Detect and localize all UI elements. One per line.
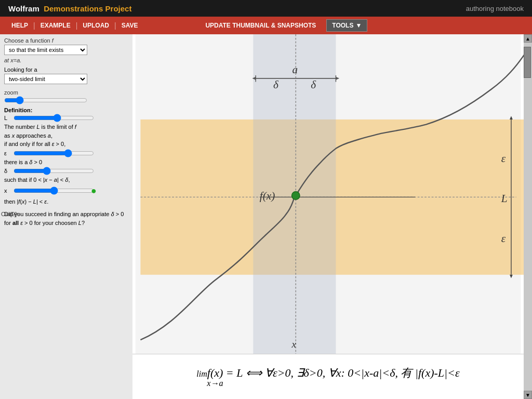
svg-text:δ: δ xyxy=(311,78,316,91)
def-text-4: then |f(x) − L| < ε. xyxy=(4,197,128,206)
svg-text:L: L xyxy=(501,192,508,205)
function-dropdown[interactable]: so that the limit exists xyxy=(4,45,87,55)
wolfram-label: Wolfram xyxy=(8,4,39,13)
question-text: Did you succeed in finding an appropriat… xyxy=(4,210,128,227)
definition-title: Definition: xyxy=(4,107,128,113)
save-button[interactable]: SAVE xyxy=(116,22,143,29)
authoring-label: authoring notebook xyxy=(466,5,524,12)
svg-text:f(x): f(x) xyxy=(260,190,275,202)
update-button[interactable]: UPDATE THUMBNAIL & SNAPSHOTS xyxy=(205,22,316,29)
x-slider-label: x xyxy=(4,188,11,194)
choose-label: Choose a function f xyxy=(4,37,128,44)
def-text-2: there is a δ > 0 xyxy=(4,158,128,167)
looking-label: Looking for a xyxy=(4,66,128,73)
tools-arrow-icon: ▼ xyxy=(355,22,362,29)
L-slider-label: L xyxy=(4,115,11,121)
at-label: at x=a. xyxy=(4,57,128,63)
example-button[interactable]: EXAMPLE xyxy=(35,22,76,29)
L-slider[interactable] xyxy=(14,114,94,122)
scroll-thumb[interactable] xyxy=(524,47,531,78)
epsilon-slider[interactable] xyxy=(14,150,94,157)
formula-bar: limf(x) = L ⟺ ∀ε>0, ∃δ>0, ∀x: 0<|x-a|<δ,… xyxy=(132,354,524,399)
svg-text:ε: ε xyxy=(501,152,506,165)
x-slider[interactable] xyxy=(14,187,94,194)
epsilon-slider-label: ε xyxy=(4,150,11,156)
scroll-up-button[interactable]: ▲ xyxy=(524,34,532,43)
scroll-down-button[interactable]: ▼ xyxy=(524,391,532,399)
out-label: Out[9]= xyxy=(1,211,20,217)
help-button[interactable]: HELP xyxy=(6,22,33,29)
sep1: | xyxy=(33,21,35,30)
svg-text:x: x xyxy=(291,339,297,350)
def-text-1: The number L is the limit of f as x appr… xyxy=(4,123,128,149)
demonstrations-label: Demonstrations Project xyxy=(44,4,131,13)
delta-slider[interactable] xyxy=(14,167,94,175)
svg-text:a: a xyxy=(292,63,298,76)
zoom-label: zoom xyxy=(4,89,128,96)
limit-dropdown[interactable]: two-sided limit xyxy=(4,74,87,84)
scrollbar-right[interactable]: ▲ ▼ xyxy=(524,34,532,399)
x-handle-indicator: ● xyxy=(91,185,97,196)
svg-text:δ: δ xyxy=(273,78,279,91)
delta-slider-label: δ xyxy=(4,168,11,174)
upload-button[interactable]: UPLOAD xyxy=(77,22,114,29)
svg-text:ε: ε xyxy=(501,232,506,245)
tools-button[interactable]: TOOLS ▼ xyxy=(326,19,367,32)
sep2: | xyxy=(76,21,78,30)
zoom-slider[interactable] xyxy=(4,97,87,104)
sep3: | xyxy=(114,21,116,30)
tools-label: TOOLS xyxy=(332,22,353,29)
def-text-3: such that if 0 < |x − a| < δ, xyxy=(4,176,128,184)
svg-point-25 xyxy=(292,192,300,200)
